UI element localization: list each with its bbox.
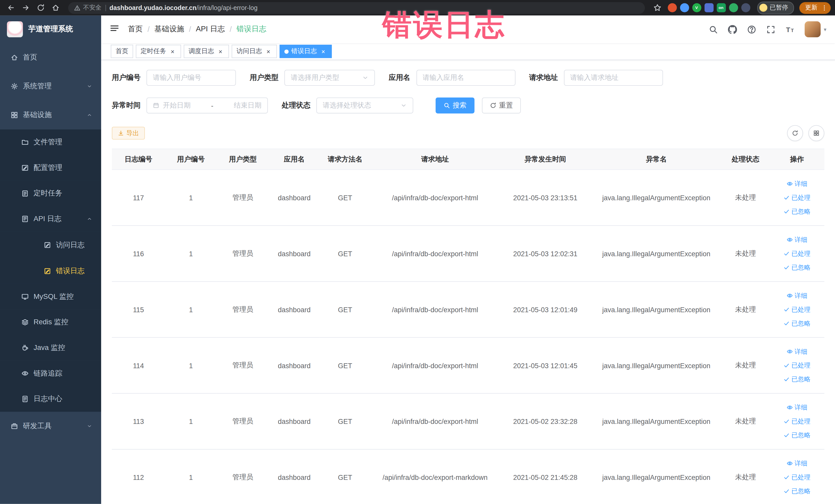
chevron-down-icon — [362, 75, 369, 81]
profile-paused-chip[interactable]: 已暂停 — [757, 1, 794, 14]
column-header[interactable]: 请求方法名 — [320, 149, 371, 170]
close-icon[interactable]: × — [265, 48, 272, 55]
reload-icon[interactable] — [34, 2, 47, 14]
processed-link[interactable]: 已处理 — [783, 303, 811, 316]
filter-process-status: 处理状态 请选择处理状态 — [282, 98, 413, 114]
detail-link[interactable]: 详细 — [787, 289, 807, 302]
processed-link[interactable]: 已处理 — [783, 471, 811, 484]
user-id-input[interactable]: 请输入用户编号 — [147, 70, 236, 86]
tab-label: 定时任务 — [141, 47, 166, 56]
paw-extension-icon[interactable] — [741, 3, 750, 12]
app-logo[interactable]: 芋道管理系统 — [0, 15, 101, 43]
sidebar-item-7[interactable]: 访问日志 — [0, 231, 101, 258]
sidebar-item-14[interactable]: 研发工具 — [0, 412, 101, 441]
adblock-extension-icon[interactable] — [668, 3, 677, 12]
detail-link[interactable]: 详细 — [787, 401, 807, 414]
column-header[interactable]: 异常发生时间 — [500, 149, 591, 170]
cell-log-id: 117 — [112, 170, 165, 226]
avatar[interactable] — [805, 21, 821, 37]
font-size-icon[interactable]: TT — [786, 25, 794, 34]
request-url-input[interactable]: 请输入请求地址 — [564, 70, 663, 86]
browser-home-icon[interactable] — [49, 2, 62, 14]
tab-2[interactable]: 调度日志 × — [184, 45, 229, 58]
detail-link[interactable]: 详细 — [787, 233, 807, 246]
ignored-link[interactable]: 已忽略 — [783, 428, 811, 442]
column-header[interactable]: 日志编号 — [112, 149, 165, 170]
export-button[interactable]: 导出 — [112, 127, 145, 140]
help-icon[interactable] — [747, 25, 756, 34]
tab-1[interactable]: 定时任务 × — [136, 45, 181, 58]
sidebar-menu: 首页 系统管理 基础设施 文件管理 配置管理 定时任务 API 日志 访问日志 — [0, 43, 101, 441]
detail-link[interactable]: 详细 — [787, 345, 807, 358]
sidebar-item-8[interactable]: 错误日志 — [0, 258, 101, 284]
app-name-input[interactable]: 请输入应用名 — [416, 70, 515, 86]
column-header[interactable]: 异常名 — [591, 149, 721, 170]
ignored-link[interactable]: 已忽略 — [783, 205, 811, 218]
column-header[interactable]: 用户类型 — [217, 149, 269, 170]
column-header[interactable]: 用户编号 — [165, 149, 217, 170]
ignored-link[interactable]: 已忽略 — [783, 484, 811, 498]
security-chip[interactable]: 不安全 — [74, 4, 101, 12]
back-icon[interactable] — [4, 2, 17, 14]
browser-update-button[interactable]: 更新 — [799, 2, 831, 14]
on-badge-extension-icon[interactable]: on — [716, 3, 726, 12]
processed-link[interactable]: 已处理 — [783, 191, 811, 204]
date-range-picker[interactable]: 开始日期 - 结束日期 — [147, 98, 268, 114]
sidebar-item-10[interactable]: Redis 监控 — [0, 309, 101, 335]
search-button[interactable]: 搜索 — [435, 98, 474, 114]
detail-link[interactable]: 详细 — [787, 177, 807, 190]
leaf-extension-icon[interactable] — [729, 3, 738, 12]
table-row: 1171管理员dashboardGET/api/infra/db-doc/exp… — [112, 170, 824, 226]
breadcrumb-api-log[interactable]: API 日志 — [196, 24, 225, 34]
column-header[interactable]: 请求地址 — [371, 149, 500, 170]
user-type-select[interactable]: 请选择用户类型 — [284, 70, 375, 86]
tab-3[interactable]: 访问日志 × — [231, 45, 277, 58]
column-settings-button[interactable] — [808, 125, 824, 141]
sidebar-item-2[interactable]: 基础设施 — [0, 101, 101, 129]
processed-link[interactable]: 已处理 — [783, 415, 811, 428]
sidebar-item-6[interactable]: API 日志 — [0, 206, 101, 232]
water-drop-extension-icon[interactable] — [680, 3, 689, 12]
sidebar-item-9[interactable]: MySQL 监控 — [0, 284, 101, 310]
breadcrumb-home[interactable]: 首页 — [128, 24, 143, 34]
processed-link[interactable]: 已处理 — [783, 359, 811, 372]
sidebar-item-3[interactable]: 文件管理 — [0, 129, 101, 155]
ignored-link[interactable]: 已忽略 — [783, 372, 811, 386]
sidebar-item-5[interactable]: 定时任务 — [0, 181, 101, 206]
github-icon[interactable] — [728, 25, 737, 34]
tab-4[interactable]: 错误日志 × — [280, 45, 332, 58]
process-status-select[interactable]: 请选择处理状态 — [316, 98, 413, 114]
close-icon[interactable]: × — [169, 48, 176, 55]
address-bar[interactable]: 不安全 dashboard.yudao.iocoder.cn/infra/log… — [68, 2, 645, 14]
processed-link[interactable]: 已处理 — [783, 247, 811, 260]
sidebar-item-1[interactable]: 系统管理 — [0, 72, 101, 101]
user-menu[interactable]: ▾ — [805, 21, 827, 37]
sidebar-item-0[interactable]: 首页 — [0, 43, 101, 72]
detail-link[interactable]: 详细 — [787, 457, 807, 470]
column-header[interactable]: 应用名 — [269, 149, 320, 170]
browser-menu-icon[interactable] — [821, 5, 828, 11]
bookmark-star-icon[interactable] — [651, 2, 664, 14]
forward-icon[interactable] — [19, 2, 32, 14]
grid-extension-icon[interactable] — [704, 3, 713, 12]
date-range-separator: - — [194, 101, 230, 109]
fullscreen-icon[interactable] — [766, 25, 775, 34]
cell-log-id: 113 — [112, 394, 165, 449]
sidebar-item-11[interactable]: Java 监控 — [0, 335, 101, 361]
tab-0[interactable]: 首页 — [111, 45, 133, 58]
search-icon[interactable] — [709, 25, 718, 34]
sidebar-item-4[interactable]: 配置管理 — [0, 155, 101, 181]
close-icon[interactable]: × — [320, 48, 327, 55]
column-header[interactable]: 操作 — [770, 149, 824, 170]
refresh-table-button[interactable] — [787, 125, 803, 141]
sidebar-item-13[interactable]: 日志中心 — [0, 386, 101, 412]
sidebar-item-12[interactable]: 链路追踪 — [0, 361, 101, 386]
ignored-link[interactable]: 已忽略 — [783, 317, 811, 330]
close-icon[interactable]: × — [217, 48, 224, 55]
hamburger-icon[interactable] — [109, 23, 119, 35]
ignored-link[interactable]: 已忽略 — [783, 261, 811, 274]
breadcrumb-infra[interactable]: 基础设施 — [154, 24, 184, 34]
v-green-extension-icon[interactable]: V — [692, 3, 701, 12]
reset-button[interactable]: 重置 — [482, 98, 521, 114]
column-header[interactable]: 处理状态 — [721, 149, 770, 170]
